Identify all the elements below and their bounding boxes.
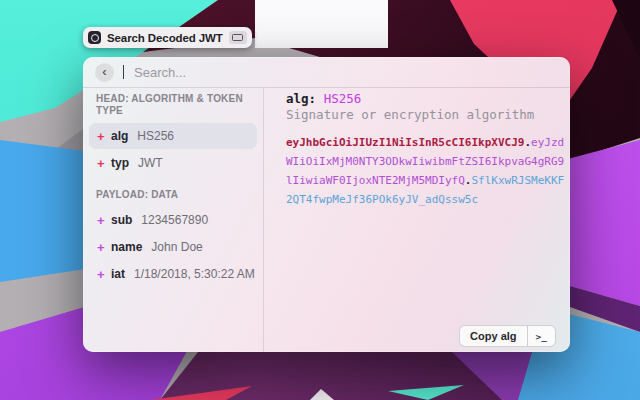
- plus-icon: +: [97, 129, 111, 144]
- detail-title: alg: HS256: [286, 91, 570, 107]
- section-header-head: HEAD: ALGORITHM & TOKEN TYPE: [96, 93, 257, 117]
- search-bar: ‹ Search...: [83, 57, 570, 87]
- plus-icon: +: [97, 156, 111, 171]
- claim-key: typ: [111, 156, 129, 170]
- detail-title-value: HS256: [324, 91, 362, 106]
- text-caret: [123, 65, 124, 79]
- list-item-name[interactable]: + name John Doe: [89, 234, 257, 260]
- plus-icon: +: [97, 240, 111, 255]
- plus-icon: +: [97, 267, 111, 282]
- action-bar: Copy alg >_: [459, 325, 556, 347]
- claim-key: name: [111, 240, 142, 254]
- list-item-typ[interactable]: + typ JWT: [89, 150, 257, 176]
- copy-alg-button[interactable]: Copy alg: [460, 326, 526, 346]
- claim-value: 1/18/2018, 5:30:22 AM: [134, 267, 255, 281]
- section-payload: PAYLOAD: DATA + sub 1234567890 + name Jo…: [89, 189, 257, 287]
- claim-key: alg: [111, 129, 128, 143]
- command-tooltip-label: Search Decoded JWT: [107, 32, 223, 44]
- list-item-sub[interactable]: + sub 1234567890: [89, 207, 257, 233]
- chevron-left-icon: ‹: [102, 65, 106, 78]
- section-head: HEAD: ALGORITHM & TOKEN TYPE + alg HS256…: [89, 93, 257, 176]
- jwt-extension-icon: [88, 31, 101, 44]
- plus-icon: +: [97, 213, 111, 228]
- claim-value: HS256: [137, 129, 174, 143]
- claim-detail-pane: alg: HS256 Signature or encryption algor…: [264, 88, 570, 352]
- claim-value: John Doe: [151, 240, 202, 254]
- search-input[interactable]: Search...: [134, 65, 186, 80]
- section-header-payload: PAYLOAD: DATA: [96, 189, 257, 201]
- token-claims-list: HEAD: ALGORITHM & TOKEN TYPE + alg HS256…: [83, 88, 264, 352]
- window-content: HEAD: ALGORITHM & TOKEN TYPE + alg HS256…: [83, 88, 570, 352]
- claim-value: 1234567890: [141, 213, 208, 227]
- jwt-decoder-window: ‹ Search... HEAD: ALGORITHM & TOKEN TYPE…: [83, 57, 570, 352]
- claim-key: iat: [111, 267, 125, 281]
- shortcut-key-icon[interactable]: >_: [528, 326, 555, 346]
- jwt-header-part: eyJhbGciOiJIUzI1NiIsInR5cCI6IkpXVCJ9: [286, 136, 524, 149]
- list-item-alg[interactable]: + alg HS256: [89, 123, 257, 149]
- jwt-token-text: eyJhbGciOiJIUzI1NiIsInR5cCI6IkpXVCJ9.eyJ…: [286, 133, 567, 209]
- claim-key: sub: [111, 213, 132, 227]
- detail-subtitle: Signature or encryption algorithm: [286, 107, 570, 123]
- back-button[interactable]: ‹: [95, 63, 114, 82]
- list-item-iat[interactable]: + iat 1/18/2018, 5:30:22 AM: [89, 261, 257, 287]
- detail-title-key: alg:: [286, 91, 316, 106]
- hotkey-badge-icon: [229, 31, 247, 44]
- command-tooltip[interactable]: Search Decoded JWT: [83, 27, 252, 48]
- claim-value: JWT: [138, 156, 163, 170]
